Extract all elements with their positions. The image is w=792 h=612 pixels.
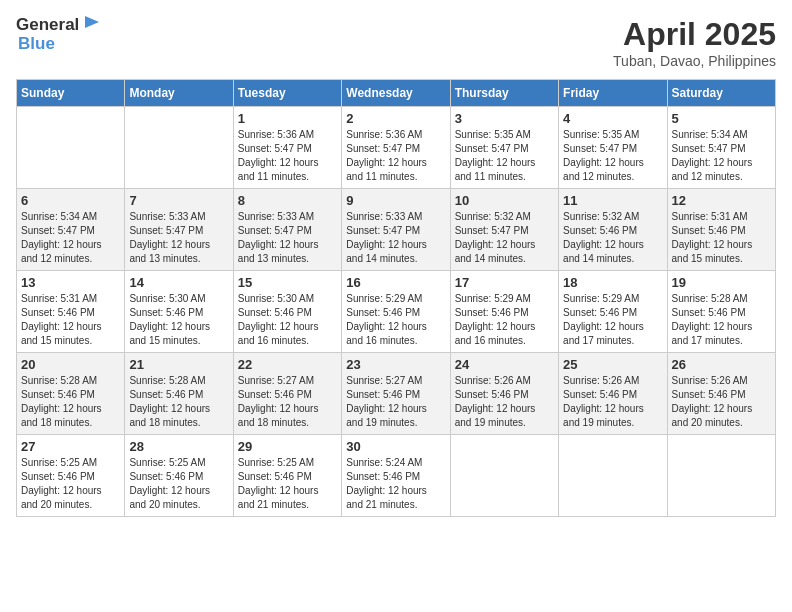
table-row: 14Sunrise: 5:30 AM Sunset: 5:46 PM Dayli… xyxy=(125,271,233,353)
calendar-header-thursday: Thursday xyxy=(450,80,558,107)
table-row xyxy=(17,107,125,189)
table-row: 9Sunrise: 5:33 AM Sunset: 5:47 PM Daylig… xyxy=(342,189,450,271)
calendar-header-saturday: Saturday xyxy=(667,80,775,107)
page-subtitle: Tuban, Davao, Philippines xyxy=(613,53,776,69)
logo-blue-text: Blue xyxy=(18,35,101,54)
table-row: 24Sunrise: 5:26 AM Sunset: 5:46 PM Dayli… xyxy=(450,353,558,435)
calendar-header-sunday: Sunday xyxy=(17,80,125,107)
table-row: 11Sunrise: 5:32 AM Sunset: 5:46 PM Dayli… xyxy=(559,189,667,271)
table-row: 18Sunrise: 5:29 AM Sunset: 5:46 PM Dayli… xyxy=(559,271,667,353)
calendar-header-monday: Monday xyxy=(125,80,233,107)
day-detail: Sunrise: 5:33 AM Sunset: 5:47 PM Dayligh… xyxy=(238,210,337,266)
day-number: 12 xyxy=(672,193,771,208)
page-title: April 2025 xyxy=(613,16,776,53)
logo: General Blue xyxy=(16,16,101,53)
day-detail: Sunrise: 5:31 AM Sunset: 5:46 PM Dayligh… xyxy=(21,292,120,348)
title-area: April 2025 Tuban, Davao, Philippines xyxy=(613,16,776,69)
day-number: 17 xyxy=(455,275,554,290)
table-row: 27Sunrise: 5:25 AM Sunset: 5:46 PM Dayli… xyxy=(17,435,125,517)
day-detail: Sunrise: 5:30 AM Sunset: 5:46 PM Dayligh… xyxy=(238,292,337,348)
day-number: 19 xyxy=(672,275,771,290)
svg-marker-0 xyxy=(85,16,99,28)
day-detail: Sunrise: 5:25 AM Sunset: 5:46 PM Dayligh… xyxy=(129,456,228,512)
day-detail: Sunrise: 5:27 AM Sunset: 5:46 PM Dayligh… xyxy=(346,374,445,430)
day-number: 7 xyxy=(129,193,228,208)
day-number: 21 xyxy=(129,357,228,372)
calendar-week-row: 13Sunrise: 5:31 AM Sunset: 5:46 PM Dayli… xyxy=(17,271,776,353)
logo-general-text: General xyxy=(16,16,79,35)
table-row: 1Sunrise: 5:36 AM Sunset: 5:47 PM Daylig… xyxy=(233,107,341,189)
day-detail: Sunrise: 5:26 AM Sunset: 5:46 PM Dayligh… xyxy=(563,374,662,430)
day-number: 11 xyxy=(563,193,662,208)
table-row: 28Sunrise: 5:25 AM Sunset: 5:46 PM Dayli… xyxy=(125,435,233,517)
day-number: 24 xyxy=(455,357,554,372)
day-detail: Sunrise: 5:25 AM Sunset: 5:46 PM Dayligh… xyxy=(21,456,120,512)
table-row: 16Sunrise: 5:29 AM Sunset: 5:46 PM Dayli… xyxy=(342,271,450,353)
table-row: 10Sunrise: 5:32 AM Sunset: 5:47 PM Dayli… xyxy=(450,189,558,271)
day-detail: Sunrise: 5:28 AM Sunset: 5:46 PM Dayligh… xyxy=(129,374,228,430)
calendar-week-row: 1Sunrise: 5:36 AM Sunset: 5:47 PM Daylig… xyxy=(17,107,776,189)
calendar-table: SundayMondayTuesdayWednesdayThursdayFrid… xyxy=(16,79,776,517)
table-row: 7Sunrise: 5:33 AM Sunset: 5:47 PM Daylig… xyxy=(125,189,233,271)
day-detail: Sunrise: 5:33 AM Sunset: 5:47 PM Dayligh… xyxy=(346,210,445,266)
table-row xyxy=(559,435,667,517)
day-detail: Sunrise: 5:24 AM Sunset: 5:46 PM Dayligh… xyxy=(346,456,445,512)
header: General Blue April 2025 Tuban, Davao, Ph… xyxy=(16,16,776,69)
day-detail: Sunrise: 5:30 AM Sunset: 5:46 PM Dayligh… xyxy=(129,292,228,348)
day-number: 9 xyxy=(346,193,445,208)
table-row: 15Sunrise: 5:30 AM Sunset: 5:46 PM Dayli… xyxy=(233,271,341,353)
calendar-header-row: SundayMondayTuesdayWednesdayThursdayFrid… xyxy=(17,80,776,107)
calendar-week-row: 20Sunrise: 5:28 AM Sunset: 5:46 PM Dayli… xyxy=(17,353,776,435)
day-detail: Sunrise: 5:28 AM Sunset: 5:46 PM Dayligh… xyxy=(672,292,771,348)
day-number: 13 xyxy=(21,275,120,290)
day-detail: Sunrise: 5:29 AM Sunset: 5:46 PM Dayligh… xyxy=(346,292,445,348)
table-row: 12Sunrise: 5:31 AM Sunset: 5:46 PM Dayli… xyxy=(667,189,775,271)
table-row: 13Sunrise: 5:31 AM Sunset: 5:46 PM Dayli… xyxy=(17,271,125,353)
day-number: 4 xyxy=(563,111,662,126)
day-detail: Sunrise: 5:35 AM Sunset: 5:47 PM Dayligh… xyxy=(563,128,662,184)
day-number: 8 xyxy=(238,193,337,208)
day-detail: Sunrise: 5:29 AM Sunset: 5:46 PM Dayligh… xyxy=(563,292,662,348)
table-row: 23Sunrise: 5:27 AM Sunset: 5:46 PM Dayli… xyxy=(342,353,450,435)
day-number: 20 xyxy=(21,357,120,372)
day-number: 16 xyxy=(346,275,445,290)
table-row: 30Sunrise: 5:24 AM Sunset: 5:46 PM Dayli… xyxy=(342,435,450,517)
day-detail: Sunrise: 5:28 AM Sunset: 5:46 PM Dayligh… xyxy=(21,374,120,430)
table-row: 8Sunrise: 5:33 AM Sunset: 5:47 PM Daylig… xyxy=(233,189,341,271)
table-row: 5Sunrise: 5:34 AM Sunset: 5:47 PM Daylig… xyxy=(667,107,775,189)
day-detail: Sunrise: 5:34 AM Sunset: 5:47 PM Dayligh… xyxy=(672,128,771,184)
day-number: 6 xyxy=(21,193,120,208)
table-row: 19Sunrise: 5:28 AM Sunset: 5:46 PM Dayli… xyxy=(667,271,775,353)
day-number: 5 xyxy=(672,111,771,126)
day-number: 18 xyxy=(563,275,662,290)
table-row xyxy=(450,435,558,517)
table-row xyxy=(125,107,233,189)
table-row: 2Sunrise: 5:36 AM Sunset: 5:47 PM Daylig… xyxy=(342,107,450,189)
day-number: 15 xyxy=(238,275,337,290)
table-row: 3Sunrise: 5:35 AM Sunset: 5:47 PM Daylig… xyxy=(450,107,558,189)
table-row: 26Sunrise: 5:26 AM Sunset: 5:46 PM Dayli… xyxy=(667,353,775,435)
day-number: 25 xyxy=(563,357,662,372)
day-number: 27 xyxy=(21,439,120,454)
day-number: 28 xyxy=(129,439,228,454)
day-detail: Sunrise: 5:25 AM Sunset: 5:46 PM Dayligh… xyxy=(238,456,337,512)
day-number: 2 xyxy=(346,111,445,126)
day-detail: Sunrise: 5:33 AM Sunset: 5:47 PM Dayligh… xyxy=(129,210,228,266)
day-detail: Sunrise: 5:36 AM Sunset: 5:47 PM Dayligh… xyxy=(346,128,445,184)
day-number: 23 xyxy=(346,357,445,372)
table-row: 20Sunrise: 5:28 AM Sunset: 5:46 PM Dayli… xyxy=(17,353,125,435)
calendar-header-wednesday: Wednesday xyxy=(342,80,450,107)
day-detail: Sunrise: 5:31 AM Sunset: 5:46 PM Dayligh… xyxy=(672,210,771,266)
table-row: 29Sunrise: 5:25 AM Sunset: 5:46 PM Dayli… xyxy=(233,435,341,517)
calendar-header-friday: Friday xyxy=(559,80,667,107)
day-number: 22 xyxy=(238,357,337,372)
day-detail: Sunrise: 5:26 AM Sunset: 5:46 PM Dayligh… xyxy=(672,374,771,430)
day-detail: Sunrise: 5:34 AM Sunset: 5:47 PM Dayligh… xyxy=(21,210,120,266)
logo-wrapper: General Blue xyxy=(16,16,101,53)
day-detail: Sunrise: 5:36 AM Sunset: 5:47 PM Dayligh… xyxy=(238,128,337,184)
day-number: 14 xyxy=(129,275,228,290)
day-detail: Sunrise: 5:27 AM Sunset: 5:46 PM Dayligh… xyxy=(238,374,337,430)
table-row: 22Sunrise: 5:27 AM Sunset: 5:46 PM Dayli… xyxy=(233,353,341,435)
calendar-week-row: 27Sunrise: 5:25 AM Sunset: 5:46 PM Dayli… xyxy=(17,435,776,517)
table-row: 4Sunrise: 5:35 AM Sunset: 5:47 PM Daylig… xyxy=(559,107,667,189)
